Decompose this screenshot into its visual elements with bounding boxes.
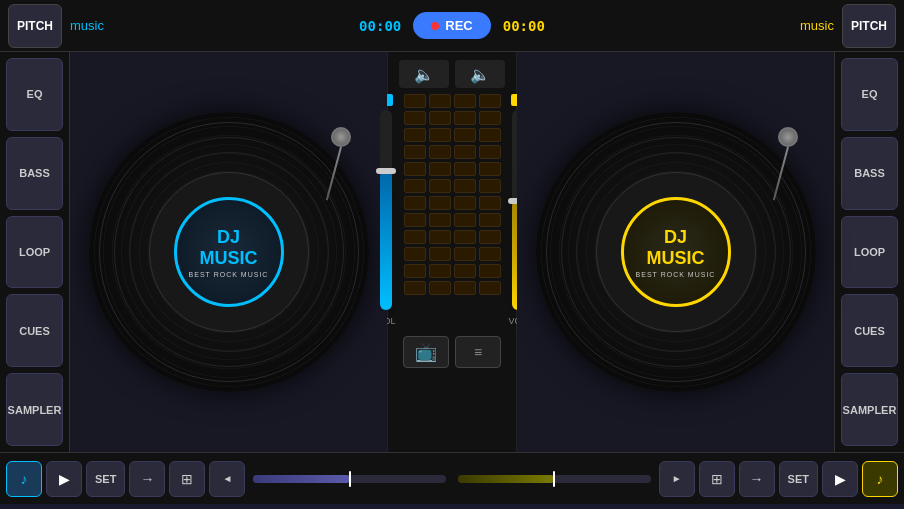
right-arrow-right-button[interactable]: →	[739, 461, 775, 497]
pad-30[interactable]	[429, 213, 451, 227]
right-turntable-section: DJ MUSIC BEST ROCK MUSIC	[517, 52, 834, 452]
faders-pads: VOL	[392, 94, 512, 326]
right-side-panel: EQ BASS LOOP CUES SAMPLER	[834, 52, 904, 452]
pad-6[interactable]	[429, 111, 451, 125]
pad-10[interactable]	[429, 128, 451, 142]
right-label-sub: BEST ROCK MUSIC	[636, 271, 716, 278]
pad-35[interactable]	[454, 230, 476, 244]
mixer: 🔈 🔈 VOL	[387, 52, 517, 452]
pad-29[interactable]	[404, 213, 426, 227]
left-play-button[interactable]: ▶	[46, 461, 82, 497]
right-progress-bar[interactable]	[458, 475, 651, 483]
rec-label: REC	[445, 18, 472, 33]
left-seek-back[interactable]: ◄	[209, 461, 245, 497]
pad-45[interactable]	[404, 281, 426, 295]
left-loop-button[interactable]: LOOP	[6, 216, 63, 289]
left-progress-bar[interactable]	[253, 475, 446, 483]
left-eq-button[interactable]: EQ	[6, 58, 63, 131]
right-grid-button[interactable]: ⊞	[699, 461, 735, 497]
pad-42[interactable]	[429, 264, 451, 278]
right-music-button[interactable]: ♪	[862, 461, 898, 497]
pad-47[interactable]	[454, 281, 476, 295]
left-record-label: DJ MUSIC BEST ROCK MUSIC	[174, 197, 284, 307]
ad-icon: 📺	[415, 341, 437, 363]
pad-17[interactable]	[404, 162, 426, 176]
pad-11[interactable]	[454, 128, 476, 142]
right-seek-fwd[interactable]: ►	[659, 461, 695, 497]
left-arrow-right-button[interactable]: →	[129, 461, 165, 497]
right-loop-button[interactable]: LOOP	[841, 216, 898, 289]
pad-48[interactable]	[479, 281, 501, 295]
vol-icon-right: 🔈	[455, 60, 505, 88]
pad-16[interactable]	[479, 145, 501, 159]
left-grid-button[interactable]: ⊞	[169, 461, 205, 497]
pad-18[interactable]	[429, 162, 451, 176]
right-play-button[interactable]: ▶	[822, 461, 858, 497]
pad-15[interactable]	[454, 145, 476, 159]
ad-button[interactable]: 📺	[403, 336, 449, 368]
right-turntable[interactable]: DJ MUSIC BEST ROCK MUSIC	[536, 112, 816, 392]
left-fader-handle[interactable]	[376, 168, 396, 174]
right-sampler-button[interactable]: SAMPLER	[841, 373, 898, 446]
left-fader-track: VOL	[377, 94, 395, 326]
pad-24[interactable]	[479, 179, 501, 193]
left-cues-button[interactable]: CUES	[6, 294, 63, 367]
pad-44[interactable]	[479, 264, 501, 278]
pad-12[interactable]	[479, 128, 501, 142]
right-cues-button[interactable]: CUES	[841, 294, 898, 367]
right-progress-fill	[458, 475, 554, 483]
pad-19[interactable]	[454, 162, 476, 176]
menu-icon: ≡	[474, 344, 482, 360]
pad-2[interactable]	[429, 94, 451, 108]
left-set-button[interactable]: SET	[86, 461, 125, 497]
rec-button[interactable]: REC	[413, 12, 490, 39]
right-eq-button[interactable]: EQ	[841, 58, 898, 131]
pad-13[interactable]	[404, 145, 426, 159]
pad-25[interactable]	[404, 196, 426, 210]
pitch-button-left[interactable]: PITCH	[8, 4, 62, 48]
left-turntable[interactable]: DJ MUSIC BEST ROCK MUSIC	[89, 112, 369, 392]
left-label-sub: BEST ROCK MUSIC	[189, 271, 269, 278]
pad-38[interactable]	[429, 247, 451, 261]
pad-31[interactable]	[454, 213, 476, 227]
pad-33[interactable]	[404, 230, 426, 244]
left-label-music: MUSIC	[200, 248, 258, 269]
menu-button[interactable]: ≡	[455, 336, 501, 368]
pad-39[interactable]	[454, 247, 476, 261]
pad-8[interactable]	[479, 111, 501, 125]
pad-5[interactable]	[404, 111, 426, 125]
pad-7[interactable]	[454, 111, 476, 125]
pad-3[interactable]	[454, 94, 476, 108]
pad-36[interactable]	[479, 230, 501, 244]
pad-9[interactable]	[404, 128, 426, 142]
left-bass-button[interactable]: BASS	[6, 137, 63, 210]
left-progress-fill	[253, 475, 349, 483]
right-turntable-wrapper: DJ MUSIC BEST ROCK MUSIC	[536, 112, 816, 392]
pad-34[interactable]	[429, 230, 451, 244]
pad-26[interactable]	[429, 196, 451, 210]
pad-4[interactable]	[479, 94, 501, 108]
pad-43[interactable]	[454, 264, 476, 278]
left-track-name: music	[70, 18, 104, 33]
pad-21[interactable]	[404, 179, 426, 193]
right-bass-button[interactable]: BASS	[841, 137, 898, 210]
pad-28[interactable]	[479, 196, 501, 210]
left-sampler-button[interactable]: SAMPLER	[6, 373, 63, 446]
pad-27[interactable]	[454, 196, 476, 210]
left-fader-fill	[380, 170, 392, 310]
pad-40[interactable]	[479, 247, 501, 261]
left-fader[interactable]	[380, 110, 392, 310]
left-music-button[interactable]: ♪	[6, 461, 42, 497]
pad-41[interactable]	[404, 264, 426, 278]
right-set-button[interactable]: SET	[779, 461, 818, 497]
pad-37[interactable]	[404, 247, 426, 261]
pad-20[interactable]	[479, 162, 501, 176]
pad-23[interactable]	[454, 179, 476, 193]
pad-1[interactable]	[404, 94, 426, 108]
left-label-dj: DJ	[217, 227, 240, 248]
pitch-button-right[interactable]: PITCH	[842, 4, 896, 48]
pad-14[interactable]	[429, 145, 451, 159]
pad-46[interactable]	[429, 281, 451, 295]
pad-22[interactable]	[429, 179, 451, 193]
pad-32[interactable]	[479, 213, 501, 227]
